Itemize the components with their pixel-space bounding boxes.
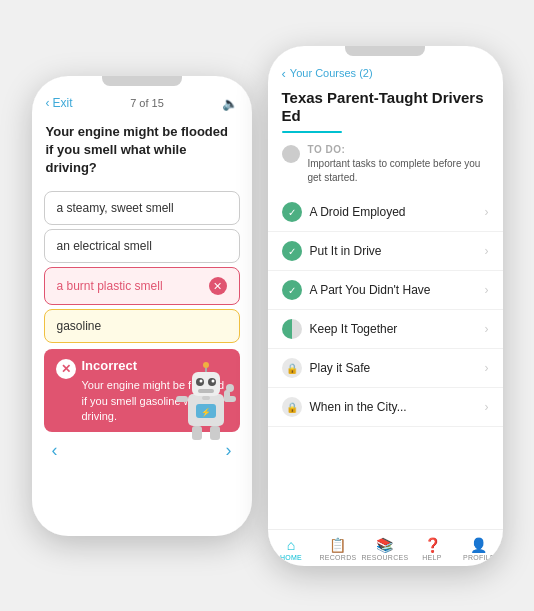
course-status-icon-1: ✓ — [282, 202, 302, 222]
svg-point-5 — [211, 380, 214, 383]
todo-section: TO DO: Important tasks to complete befor… — [282, 143, 489, 185]
prev-button[interactable]: ‹ — [52, 440, 58, 461]
course-chevron-2: › — [485, 244, 489, 258]
answer-text-a: a steamy, sweet smell — [57, 201, 174, 215]
course-item-5[interactable]: 🔒 Play it Safe › — [268, 349, 503, 388]
course-name-3: A Part You Didn't Have — [310, 283, 477, 297]
exit-label: Exit — [53, 96, 73, 110]
course-status-icon-5: 🔒 — [282, 358, 302, 378]
svg-point-15 — [226, 384, 234, 392]
incorrect-x-icon: ✕ — [56, 359, 76, 379]
svg-point-7 — [203, 362, 209, 368]
nav-home[interactable]: ⌂ HOME — [268, 534, 315, 564]
course-item-3[interactable]: ✓ A Part You Didn't Have › — [268, 271, 503, 310]
phone-courses: ‹ Your Courses (2) Texas Parent-Taught D… — [268, 46, 503, 566]
home-icon: ⌂ — [287, 537, 295, 553]
back-chevron-icon: ‹ — [46, 96, 50, 110]
robot-illustration: ⚡ — [168, 356, 248, 436]
bottom-navigation: ⌂ HOME 📋 RECORDS 📚 RESOURCES ❓ HELP 👤 — [268, 529, 503, 566]
course-name-6: When in the City... — [310, 400, 477, 414]
course-status-icon-4 — [282, 319, 302, 339]
title-divider — [282, 131, 342, 134]
course-chevron-3: › — [485, 283, 489, 297]
quiz-header: ‹ Exit 7 of 15 🔈 — [32, 90, 252, 115]
course-chevron-6: › — [485, 400, 489, 414]
records-nav-label: RECORDS — [319, 554, 356, 561]
course-status-icon-3: ✓ — [282, 280, 302, 300]
exit-button[interactable]: ‹ Exit — [46, 96, 73, 110]
course-item-6[interactable]: 🔒 When in the City... › — [268, 388, 503, 427]
nav-resources[interactable]: 📚 RESOURCES — [361, 534, 408, 564]
course-chevron-4: › — [485, 322, 489, 336]
help-icon: ❓ — [424, 537, 441, 553]
todo-label: TO DO: — [308, 143, 489, 157]
course-name-5: Play it Safe — [310, 361, 477, 375]
course-name-1: A Droid Employed — [310, 205, 477, 219]
svg-rect-16 — [192, 426, 202, 440]
course-status-icon-2: ✓ — [282, 241, 302, 261]
todo-description: Important tasks to complete before you g… — [308, 157, 489, 185]
course-item-2[interactable]: ✓ Put It in Drive › — [268, 232, 503, 271]
answer-text-b: an electrical smell — [57, 239, 152, 253]
course-name-2: Put It in Drive — [310, 244, 477, 258]
scene: ‹ Exit 7 of 15 🔈 Your engine might be fl… — [12, 26, 523, 586]
wrong-icon: ✕ — [209, 277, 227, 295]
answer-option-d[interactable]: gasoline — [44, 309, 240, 343]
todo-dot-icon — [282, 145, 300, 163]
course-chevron-5: › — [485, 361, 489, 375]
profile-icon: 👤 — [470, 537, 487, 553]
course-name-4: Keep It Together — [310, 322, 477, 336]
nav-help[interactable]: ❓ HELP — [409, 534, 456, 564]
nav-profile[interactable]: 👤 PROFILE — [456, 534, 503, 564]
incorrect-banner: ✕ Incorrect Your engine might be flooded… — [44, 349, 240, 432]
course-title: Texas Parent-Taught Drivers Ed — [268, 85, 503, 131]
home-nav-label: HOME — [280, 554, 302, 561]
answer-option-b[interactable]: an electrical smell — [44, 229, 240, 263]
todo-text: TO DO: Important tasks to complete befor… — [308, 143, 489, 185]
quiz-question: Your engine might be flooded if you smel… — [32, 115, 252, 188]
back-nav[interactable]: ‹ Your Courses (2) — [268, 60, 503, 85]
svg-rect-9 — [202, 396, 210, 400]
resources-icon: 📚 — [376, 537, 393, 553]
records-icon: 📋 — [329, 537, 346, 553]
svg-text:⚡: ⚡ — [201, 407, 211, 417]
answer-option-a[interactable]: a steamy, sweet smell — [44, 191, 240, 225]
course-chevron-1: › — [485, 205, 489, 219]
svg-rect-17 — [210, 426, 220, 440]
help-nav-label: HELP — [422, 554, 442, 561]
answer-option-c[interactable]: a burnt plastic smell ✕ — [44, 267, 240, 305]
resources-nav-label: RESOURCES — [361, 554, 408, 561]
profile-nav-label: PROFILE — [463, 554, 495, 561]
back-chevron-icon2: ‹ — [282, 66, 286, 81]
svg-rect-8 — [198, 389, 214, 393]
sound-icon[interactable]: 🔈 — [222, 96, 238, 111]
course-item-1[interactable]: ✓ A Droid Employed › — [268, 193, 503, 232]
svg-rect-12 — [176, 396, 188, 402]
phone-quiz: ‹ Exit 7 of 15 🔈 Your engine might be fl… — [32, 76, 252, 536]
answer-text-d: gasoline — [57, 319, 102, 333]
progress-indicator: 7 of 15 — [130, 97, 164, 109]
course-status-icon-6: 🔒 — [282, 397, 302, 417]
svg-point-4 — [199, 380, 202, 383]
answer-text-c: a burnt plastic smell — [57, 279, 163, 293]
nav-records[interactable]: 📋 RECORDS — [314, 534, 361, 564]
back-label: Your Courses (2) — [290, 67, 373, 79]
course-item-4[interactable]: Keep It Together › — [268, 310, 503, 349]
